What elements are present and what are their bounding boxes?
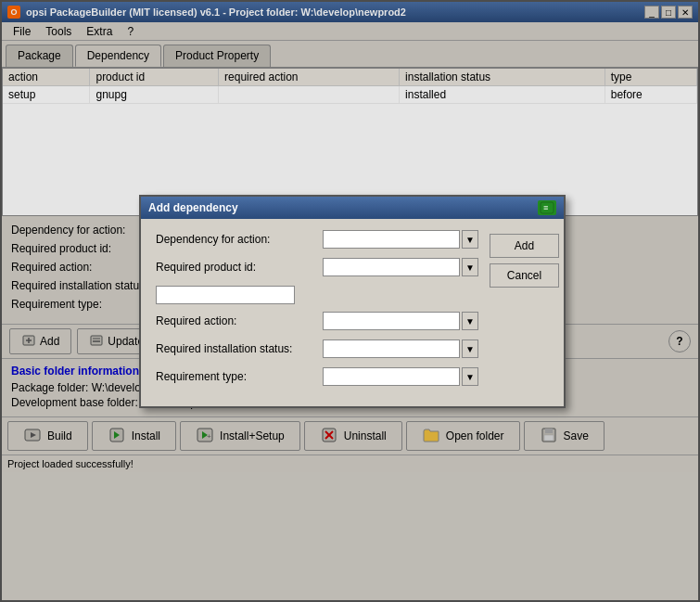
modal-buttons: Add Cancel (490, 230, 559, 395)
modal-overlay: Add dependency ≡ Dependency for action: … (0, 0, 700, 602)
dep-action-input-wrap: ▼ (323, 230, 478, 249)
req-action-dropdown[interactable]: ▼ (462, 312, 478, 330)
req-inst-status-input[interactable] (323, 339, 460, 358)
req-inst-status-row: Required installation status: ▼ (156, 339, 478, 358)
req-product-id-row: Required product id: ▼ (156, 258, 478, 276)
modal-req-product-id-label: Required product id: (156, 261, 323, 274)
req-inst-status-dropdown[interactable]: ▼ (462, 339, 478, 358)
dep-action-row: Dependency for action: ▼ (156, 230, 478, 249)
req-product-id-input-wrap: ▼ (323, 258, 478, 276)
req-type-row: Requirement type: ▼ (156, 367, 478, 386)
extra-product-input[interactable] (156, 286, 295, 304)
dep-action-input[interactable] (323, 230, 460, 249)
req-inst-status-input-wrap: ▼ (323, 339, 478, 358)
dep-action-dropdown[interactable]: ▼ (462, 230, 478, 249)
req-action-row: Required action: ▼ (156, 312, 478, 330)
modal-dep-action-label: Dependency for action: (156, 233, 323, 246)
req-type-input-wrap: ▼ (323, 367, 478, 386)
modal-form: Dependency for action: ▼ Required produc… (156, 230, 478, 395)
req-type-input[interactable] (323, 367, 460, 386)
req-type-dropdown[interactable]: ▼ (462, 367, 478, 386)
modal-add-button[interactable]: Add (490, 234, 559, 258)
req-product-id-input[interactable] (323, 258, 460, 276)
modal-req-action-label: Required action: (156, 314, 323, 327)
add-dependency-dialog: Add dependency ≡ Dependency for action: … (139, 195, 566, 408)
req-action-input[interactable] (323, 312, 460, 330)
modal-req-inst-status-label: Required installation status: (156, 342, 323, 355)
extra-input-row (156, 286, 478, 304)
modal-title-bar: Add dependency ≡ (141, 197, 564, 219)
svg-text:≡: ≡ (543, 203, 548, 212)
modal-title: Add dependency (148, 201, 238, 214)
modal-icon: ≡ (538, 200, 556, 215)
modal-body: Dependency for action: ▼ Required produc… (141, 219, 564, 406)
modal-req-type-label: Requirement type: (156, 370, 323, 383)
req-action-input-wrap: ▼ (323, 312, 478, 330)
modal-cancel-button[interactable]: Cancel (490, 263, 559, 288)
req-product-id-dropdown[interactable]: ▼ (462, 258, 478, 276)
